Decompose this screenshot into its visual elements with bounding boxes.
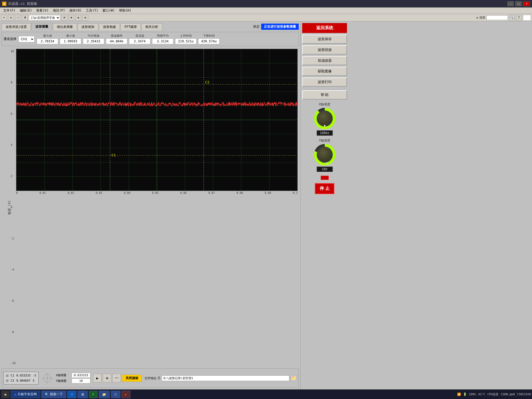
x-label-7: 0.07	[208, 191, 215, 194]
playback-waveform-button[interactable]: 波形回放	[302, 45, 347, 54]
menu-view[interactable]: 查看(V)	[34, 8, 51, 13]
x-increment-label: X轴增量	[56, 373, 71, 377]
cursor2-label: C2	[11, 379, 14, 382]
menu-file[interactable]: 文件(F)	[1, 8, 18, 13]
status-label: 状态	[253, 24, 260, 29]
add-filter-button[interactable]: 加滤波器	[302, 56, 347, 65]
measurement-values: 最大值 2.70334 最小值 1.99593 均方根值 2.35415 基波频…	[37, 34, 220, 44]
search-arrow: ▶	[477, 16, 478, 19]
tab-wave-sub[interactable]: 波形相减	[99, 23, 120, 30]
minimize-button[interactable]: —	[507, 1, 514, 6]
search-btn[interactable]	[523, 15, 531, 21]
meas-dc-value: 2.3474	[129, 38, 150, 44]
y-increment-label: Y轴增量	[56, 379, 71, 383]
meas-freq-label: 基波频率	[111, 34, 123, 38]
tab-fft[interactable]: FFT频谱	[120, 23, 141, 30]
taskbar-app6[interactable]: ⬡	[111, 391, 120, 398]
menu-help[interactable]: 帮助(H)	[117, 8, 134, 13]
meas-max: 最大值 2.70334	[37, 34, 58, 44]
play-button[interactable]: ▶	[93, 374, 102, 382]
excel-icon: X	[92, 393, 94, 396]
toolbar-abort[interactable]: ●	[15, 15, 21, 21]
stop-button[interactable]: 停 止	[315, 183, 334, 194]
left-panel: 波形浏览/设置 波形测量 相位差测量 波形相加 波形相减 FFT频谱 相关分析 …	[0, 21, 300, 389]
x-scale-knob[interactable]	[314, 108, 335, 129]
meas-rms: 均方根值 2.35415	[83, 34, 104, 44]
maximize-button[interactable]: □	[515, 1, 522, 6]
save-waveform-button[interactable]: 波形保存	[302, 35, 347, 44]
cursor-info-box: ⊞ C1 0.033333 -5 ⊞ C2 0.066667 5	[3, 372, 39, 385]
meas-fall-label: 下降时间	[203, 34, 215, 38]
meas-period-avg-value: 2.3134	[152, 38, 173, 44]
cursor1-icon: ⊞	[6, 373, 9, 378]
cursor-tool-button[interactable]: ⊕	[103, 374, 111, 382]
x-scale-section: X轴满度 100ms	[302, 102, 347, 136]
return-system-button[interactable]: 返回系统	[302, 23, 347, 33]
font-selector[interactable]: 17pt 应用程序字体	[29, 15, 60, 20]
tab-phase-diff[interactable]: 相位差测量	[53, 23, 77, 30]
cursor2-row: ⊞ C2 0.066667 5	[6, 378, 36, 383]
taskbar-app7[interactable]: ▶	[121, 391, 130, 398]
toolbar-align[interactable]: ≡	[61, 15, 67, 21]
meas-min: 最小值 1.99593	[60, 34, 81, 44]
taskbar-word[interactable]: W	[67, 391, 76, 398]
app6-icon: ⬡	[114, 393, 117, 396]
toolbar-tool3[interactable]: ❖	[82, 15, 88, 21]
menu-project[interactable]: 项目(P)	[51, 8, 67, 13]
menu-operate[interactable]: 操作(O)	[67, 8, 84, 13]
menu-edit[interactable]: 编辑(E)	[18, 8, 34, 13]
menu-window[interactable]: 窗口(W)	[100, 8, 117, 13]
tab-correlation[interactable]: 相关分析	[141, 23, 162, 30]
computer-icon: 🖥	[81, 393, 84, 396]
search-input[interactable]	[486, 15, 508, 20]
taskbar-search[interactable]: 🔍 搜索一下	[41, 391, 66, 398]
meas-rms-label: 均方根值	[88, 34, 99, 38]
tab-wave-add[interactable]: 波形相加	[77, 23, 98, 30]
file-label: 文件地址	[145, 376, 156, 380]
svg-text:C2: C2	[205, 80, 209, 84]
folder-browse-button[interactable]: 📁	[290, 375, 297, 381]
capture-image-button[interactable]: 获取图像	[302, 67, 347, 76]
taskbar-folder[interactable]: 📁	[99, 391, 110, 398]
cursor1-y-value: -5	[33, 374, 36, 377]
y-scale-label: Y轴满度	[319, 138, 330, 143]
x-label-8: 0.08	[237, 191, 243, 194]
toolbar-forward[interactable]: ↻	[8, 15, 14, 21]
waveform-tool-button[interactable]: 〰	[112, 374, 121, 382]
start-button[interactable]: ❋	[1, 391, 10, 398]
tab-waveform-measure[interactable]: 波形测量	[31, 23, 52, 30]
tabs-row: 波形浏览/设置 波形测量 相位差测量 波形相加 波形相减 FFT频谱 相关分析 …	[2, 23, 299, 30]
x-scale-label: X轴满度	[319, 102, 330, 107]
close-cursor-button[interactable]: 关闭游标	[122, 375, 142, 382]
x-scale-value: 100ms	[317, 130, 333, 136]
menu-tools[interactable]: 工具(T)	[84, 8, 100, 13]
meas-fall: 下降时间 439.574u	[198, 34, 220, 44]
meas-dc-label: 直流值	[135, 34, 144, 38]
help-button[interactable]: 帮 助	[302, 90, 347, 99]
help-icon[interactable]: ?	[516, 15, 522, 21]
toolbar-back[interactable]: ↩	[1, 15, 7, 21]
tab-waveform-browse[interactable]: 波形浏览/设置	[2, 23, 31, 30]
taskbar-ie[interactable]: e 天梭手表音网	[11, 391, 40, 398]
ie-icon: e	[14, 392, 16, 397]
scope-container: C1 C2 0 0.01 0.0	[16, 49, 298, 366]
toolbar-pause[interactable]: ⏸	[22, 15, 28, 21]
system-tray: 📶 🔋 100% 41°C CPU温度 CSDN.@m0_73851920	[457, 392, 531, 396]
taskbar-computer[interactable]: 🖥	[77, 391, 88, 398]
channel-select[interactable]: CH1 CH2	[19, 36, 35, 42]
meas-rise-value: 219.521u	[175, 38, 197, 44]
y-scale-knob[interactable]	[314, 144, 335, 165]
toolbar-tool1[interactable]: ⊕	[68, 15, 74, 21]
toolbar-tool2[interactable]: ✥	[75, 15, 81, 21]
window-icon: ▣	[2, 2, 6, 6]
window-title: 示波器.vi 前面板	[8, 1, 37, 6]
stop-indicator	[321, 176, 329, 180]
close-button[interactable]: ✕	[523, 1, 530, 6]
search-icon[interactable]: 🔍	[509, 15, 515, 21]
measurement-panel: 通道选择 CH1 CH2 最大值 2.70334 最小值 1.99593 均	[2, 32, 299, 46]
meas-dc: 直流值 2.3474	[129, 34, 150, 44]
taskbar-excel[interactable]: X	[89, 391, 98, 398]
menubar: 文件(F) 编辑(E) 查看(V) 项目(P) 操作(O) 工具(T) 窗口(W…	[0, 8, 532, 14]
scope-display[interactable]: C1 C2	[16, 49, 298, 191]
print-waveform-button[interactable]: 波形打印	[302, 77, 347, 87]
